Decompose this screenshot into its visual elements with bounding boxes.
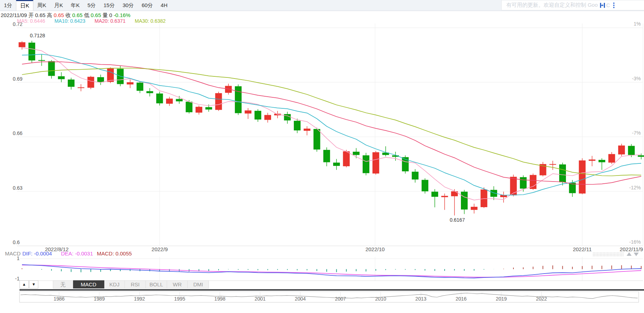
candle-body[interactable] xyxy=(559,164,566,182)
period-tab-1分[interactable]: 1分 xyxy=(0,0,16,11)
candle-body[interactable] xyxy=(441,196,448,197)
candle-body[interactable] xyxy=(38,60,45,61)
pane-resize-handle-dots[interactable] xyxy=(604,255,605,256)
pane-resize-handle-dots[interactable] xyxy=(600,254,601,255)
candle-body[interactable] xyxy=(97,77,104,82)
candle-body[interactable] xyxy=(245,110,252,114)
pane-resize-handle-dots[interactable] xyxy=(618,254,619,255)
pane-resize-handle-dots[interactable] xyxy=(621,254,622,255)
candle-body[interactable] xyxy=(579,161,585,194)
period-tab-日K[interactable]: 日K xyxy=(16,0,33,11)
pane-resize-handle-dots[interactable] xyxy=(606,255,606,256)
candle-body[interactable] xyxy=(58,76,65,79)
pane-resize-handle-dots[interactable] xyxy=(610,255,611,256)
pane-resize-handle-dots[interactable] xyxy=(599,253,599,253)
pane-resize-handle-dots[interactable] xyxy=(613,254,613,255)
candle-body[interactable] xyxy=(628,146,635,155)
pane-resize-handle-dots[interactable] xyxy=(616,254,616,255)
candle-body[interactable] xyxy=(78,87,84,88)
pane-resize-handle-dots[interactable] xyxy=(594,255,595,256)
pane-resize-handle-dots[interactable] xyxy=(613,253,613,253)
candle-body[interactable] xyxy=(48,61,55,76)
period-tab-周K[interactable]: 周K xyxy=(33,0,50,11)
pane-resize-handle-dots[interactable] xyxy=(617,255,618,256)
candle-body[interactable] xyxy=(186,102,192,112)
period-tab-30分[interactable]: 30分 xyxy=(119,0,138,11)
pane-scroll-up-icon[interactable] xyxy=(627,252,632,256)
indicator-tab-MACD[interactable]: MACD xyxy=(73,280,104,288)
pane-resize-handle-dots[interactable] xyxy=(601,253,602,253)
candle-body[interactable] xyxy=(147,91,153,93)
pane-resize-handle-dots[interactable] xyxy=(616,253,616,253)
pane-resize-handle-dots[interactable] xyxy=(623,255,623,256)
candle-body[interactable] xyxy=(373,152,379,174)
candle-body[interactable] xyxy=(166,99,173,104)
pane-resize-handle-dots[interactable] xyxy=(601,254,602,255)
pane-resize-handle-dots[interactable] xyxy=(606,253,606,253)
pane-resize-handle-dots[interactable] xyxy=(621,255,622,256)
indicator-up-button[interactable]: ▲ xyxy=(20,280,29,288)
pane-resize-handle-dots[interactable] xyxy=(599,254,599,255)
chrome-update-icon[interactable] xyxy=(599,2,606,9)
pane-resize-handle-dots[interactable] xyxy=(596,253,596,253)
pane-resize-handle-dots[interactable] xyxy=(609,255,609,256)
pane-resize-handle-dots[interactable] xyxy=(616,255,616,256)
candle-body[interactable] xyxy=(353,152,359,155)
candle-body[interactable] xyxy=(215,93,222,110)
pane-resize-handle-dots[interactable] xyxy=(596,254,596,255)
pane-resize-handle-dots[interactable] xyxy=(618,255,619,256)
period-tab-4H[interactable]: 4H xyxy=(157,0,171,11)
pane-resize-handle-dots[interactable] xyxy=(623,253,623,253)
period-tab-5分[interactable]: 5分 xyxy=(83,0,99,11)
pane-resize-handle-dots[interactable] xyxy=(606,254,606,255)
indicator-tab-无[interactable]: 无 xyxy=(53,280,73,288)
pane-resize-handle-dots[interactable] xyxy=(599,255,599,256)
candle-body[interactable] xyxy=(589,160,595,161)
indicator-tab-RSI[interactable]: RSI xyxy=(125,280,146,288)
pane-resize-handle-dots[interactable] xyxy=(623,254,623,255)
pane-resize-handle-dots[interactable] xyxy=(594,253,595,253)
period-tab-年K[interactable]: 年K xyxy=(67,0,83,11)
pane-resize-handle-dots[interactable] xyxy=(601,255,602,256)
main-chart-canvas[interactable]: 0.720.690.660.630.61%-3%-7%-12%-16%2022/… xyxy=(0,0,644,313)
pane-resize-handle-dots[interactable] xyxy=(621,253,622,253)
candle-body[interactable] xyxy=(176,99,183,102)
pane-resize-handle-dots[interactable] xyxy=(611,255,612,256)
pane-resize-handle-dots[interactable] xyxy=(603,254,604,255)
pane-resize-handle-dots[interactable] xyxy=(614,254,615,255)
pane-resize-handle-dots[interactable] xyxy=(593,253,594,253)
indicator-tab-DMI[interactable]: DMI xyxy=(188,280,209,288)
pane-resize-handle-dots[interactable] xyxy=(614,255,615,256)
candle-body[interactable] xyxy=(471,207,478,210)
candle-body[interactable] xyxy=(314,129,320,150)
indicator-tab-BOLL[interactable]: BOLL xyxy=(146,280,167,288)
pane-resize-handle-dots[interactable] xyxy=(593,254,594,255)
pane-resize-handle-dots[interactable] xyxy=(597,255,598,256)
candle-body[interactable] xyxy=(28,43,35,60)
candle-body[interactable] xyxy=(510,177,517,195)
candle-body[interactable] xyxy=(422,180,428,191)
pane-resize-handle-dots[interactable] xyxy=(603,253,604,253)
candle-body[interactable] xyxy=(599,160,605,162)
candle-body[interactable] xyxy=(431,192,438,197)
pane-resize-handle-dots[interactable] xyxy=(610,253,611,253)
candle-body[interactable] xyxy=(205,107,212,110)
pane-resize-handle-dots[interactable] xyxy=(611,253,612,253)
pane-resize-handle-dots[interactable] xyxy=(613,255,613,256)
pane-resize-handle-dots[interactable] xyxy=(593,255,594,256)
candle-body[interactable] xyxy=(264,115,271,120)
indicator-tab-WR[interactable]: WR xyxy=(167,280,188,288)
candle-body[interactable] xyxy=(304,129,310,131)
candle-body[interactable] xyxy=(618,146,625,155)
candle-body[interactable] xyxy=(638,155,644,157)
candle-body[interactable] xyxy=(68,80,75,87)
candle-body[interactable] xyxy=(461,192,468,210)
pane-resize-handle-dots[interactable] xyxy=(609,253,609,253)
candle-body[interactable] xyxy=(549,164,556,165)
candle-body[interactable] xyxy=(294,121,301,130)
candle-body[interactable] xyxy=(137,83,143,91)
period-tab-月K[interactable]: 月K xyxy=(50,0,67,11)
candle-body[interactable] xyxy=(333,163,340,166)
candle-body[interactable] xyxy=(107,69,114,82)
candle-body[interactable] xyxy=(87,77,94,88)
